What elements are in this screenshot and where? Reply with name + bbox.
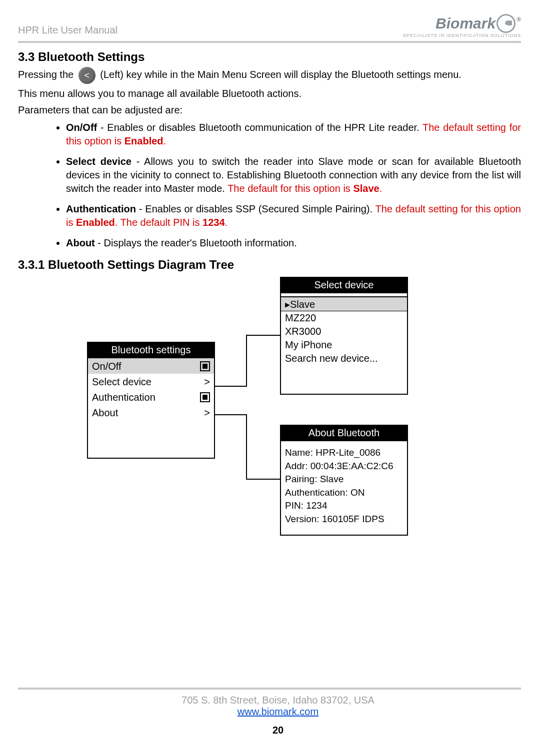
section-heading: 3.3 Bluetooth Settings bbox=[18, 50, 521, 64]
device-list: MZ220 XR3000 My iPhone Search new device… bbox=[281, 311, 407, 367]
red-suffix: . bbox=[164, 135, 166, 146]
menu-row-onoff: On/Off bbox=[88, 358, 214, 374]
row-label: On/Off bbox=[92, 361, 122, 372]
bullet-label: About bbox=[66, 237, 95, 248]
menu-row-select-device: Select device > bbox=[88, 374, 214, 389]
intro-line-3: Parameters that can be adjusted are: bbox=[18, 103, 521, 117]
chevron-right-icon: > bbox=[204, 407, 210, 419]
connector-line bbox=[246, 479, 280, 480]
selected-row-slave: ▸Slave bbox=[281, 297, 407, 311]
menu-row-about: About > bbox=[88, 405, 214, 420]
bullet-text: Displays the reader's Bluetooth informat… bbox=[104, 237, 297, 248]
bullet-sep: - bbox=[95, 237, 104, 248]
panel-title: Select device bbox=[281, 278, 407, 292]
device-item: Search new device... bbox=[285, 352, 403, 365]
brand-tagline: SPECIALISTS IN IDENTIFICATION SOLUTIONS bbox=[403, 33, 521, 38]
bullet-label: Select device bbox=[66, 156, 132, 167]
row-label: Select device bbox=[92, 376, 152, 388]
about-line: Name: HPR-Lite_0086 bbox=[285, 446, 403, 460]
device-item: XR3000 bbox=[285, 325, 403, 338]
bullet-sep: - bbox=[97, 122, 107, 133]
bullet-default: The default for this option is Slave. bbox=[228, 183, 382, 194]
intro-line-1: Pressing the < (Left) key while in the M… bbox=[18, 67, 521, 84]
subsection-heading: 3.3.1 Bluetooth Settings Diagram Tree bbox=[18, 258, 521, 272]
panel-separator bbox=[281, 292, 407, 297]
red-suffix: . bbox=[380, 183, 382, 194]
bullet-label: Authentication bbox=[66, 203, 136, 214]
red-suffix: . bbox=[225, 217, 228, 228]
diagram-tree: Bluetooth settings On/Off Select device … bbox=[18, 277, 521, 557]
about-line: Version: 160105F IDPS bbox=[285, 513, 403, 526]
page-footer: 705 S. 8th Street, Boise, Idaho 83702, U… bbox=[0, 688, 556, 736]
parameter-list: On/Off - Enables or disables Bluetooth c… bbox=[18, 121, 521, 250]
red-bold: Slave bbox=[353, 183, 379, 194]
page-number: 20 bbox=[0, 725, 556, 736]
selection-marker-icon: ▸ bbox=[285, 299, 290, 310]
bullet-text: Enables or disables Bluetooth communicat… bbox=[107, 122, 422, 133]
device-item: My iPhone bbox=[285, 338, 403, 352]
fish-icon bbox=[496, 14, 516, 33]
bullet-onoff: On/Off - Enables or disables Bluetooth c… bbox=[66, 121, 521, 148]
bullet-authentication: Authentication - Enables or disables SSP… bbox=[66, 202, 521, 229]
red-bold: Enabled bbox=[124, 135, 164, 146]
bullet-about: About - Displays the reader's Bluetooth … bbox=[66, 236, 521, 250]
footer-address: 705 S. 8th Street, Boise, Idaho 83702, U… bbox=[0, 695, 556, 706]
bullet-select-device: Select device - Allows you to switch the… bbox=[66, 155, 521, 195]
about-line: Pairing: Slave bbox=[285, 473, 403, 486]
footer-rule bbox=[18, 688, 521, 690]
brand-logo: Biomark ® SPECIALISTS IN IDENTIFICATION … bbox=[403, 14, 521, 38]
red-mid: . The default PIN is bbox=[115, 217, 202, 228]
bullet-sep: - bbox=[132, 156, 144, 167]
intro-before: Pressing the bbox=[18, 69, 76, 80]
connector-line bbox=[246, 414, 247, 479]
red-bold2: 1234 bbox=[202, 217, 225, 228]
panel-title: About Bluetooth bbox=[281, 426, 407, 440]
row-label: About bbox=[92, 407, 118, 419]
about-info: Name: HPR-Lite_0086 Addr: 00:04:3E:AA:C2… bbox=[281, 444, 407, 528]
intro-line-2: This menu allows you to manage all avail… bbox=[18, 87, 521, 100]
intro-after: (Left) key while in the Main Menu Screen… bbox=[100, 69, 462, 80]
bullet-label: On/Off bbox=[66, 122, 97, 133]
registered-mark: ® bbox=[516, 16, 521, 23]
connector-line bbox=[246, 335, 280, 336]
panel-separator bbox=[281, 440, 407, 444]
panel-title: Bluetooth settings bbox=[88, 343, 214, 358]
footer-link[interactable]: www.biomark.com bbox=[238, 706, 318, 717]
chevron-right-icon: > bbox=[204, 376, 210, 388]
about-line: PIN: 1234 bbox=[285, 499, 403, 513]
manual-title: HPR Lite User Manual bbox=[18, 24, 118, 38]
checkbox-icon bbox=[200, 361, 210, 371]
brand-name: Biomark bbox=[436, 15, 496, 32]
panel-about-bluetooth: About Bluetooth Name: HPR-Lite_0086 Addr… bbox=[280, 425, 408, 536]
bullet-sep: - bbox=[136, 203, 145, 214]
row-label: Authentication bbox=[92, 392, 156, 403]
checkbox-icon bbox=[200, 392, 210, 402]
left-key-icon: < bbox=[78, 67, 96, 84]
panel-bluetooth-settings: Bluetooth settings On/Off Select device … bbox=[87, 342, 215, 459]
menu-row-authentication: Authentication bbox=[88, 389, 214, 405]
selected-label: Slave bbox=[290, 299, 315, 310]
device-item: MZ220 bbox=[285, 311, 403, 325]
connector-line bbox=[213, 386, 247, 387]
about-line: Authentication: ON bbox=[285, 486, 403, 500]
connector-line bbox=[246, 335, 247, 387]
bullet-text: Enables or disables SSP (Secured Simple … bbox=[145, 203, 375, 214]
header-rule bbox=[18, 41, 521, 43]
red-bold: Enabled bbox=[76, 217, 115, 228]
panel-select-device: Select device ▸Slave MZ220 XR3000 My iPh… bbox=[280, 277, 408, 395]
about-line: Addr: 00:04:3E:AA:C2:C6 bbox=[285, 460, 403, 473]
red-prefix: The default for this option is bbox=[228, 183, 353, 194]
connector-line bbox=[213, 414, 247, 415]
